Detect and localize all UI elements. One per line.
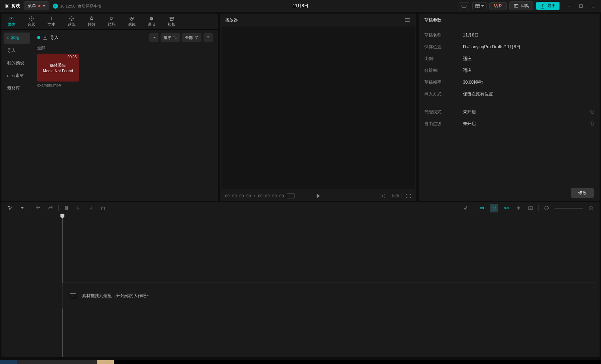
template-icon xyxy=(169,16,175,21)
time-separator: / xyxy=(254,194,255,198)
media-panel: 媒体音频文本贴纸特效转场滤镜调节模板 本地导入我的预设云素材素材库 导入 xyxy=(1,14,218,201)
prop-label: 自由层级: xyxy=(424,121,463,127)
align-icon xyxy=(516,205,521,211)
tab-sticker[interactable]: 贴纸 xyxy=(62,14,82,29)
align-button[interactable] xyxy=(514,204,523,212)
timeline-tracks[interactable]: 素材拖拽到这里，开始你的大作吧~ xyxy=(62,214,600,357)
review-button[interactable]: 审阅 xyxy=(509,1,533,10)
vip-label: VIP xyxy=(494,4,502,9)
fullscreen-icon[interactable] xyxy=(406,193,411,199)
chevron-down-icon xyxy=(153,37,156,38)
sort-icon xyxy=(173,35,177,40)
snap-button-2[interactable] xyxy=(502,204,510,212)
pointer-tool[interactable] xyxy=(6,204,14,212)
tab-label: 音频 xyxy=(28,22,35,27)
maximize-button[interactable] xyxy=(577,2,585,10)
media-sidebar: 本地导入我的预设云素材素材库 xyxy=(1,30,32,201)
info-icon[interactable]: ⓘ xyxy=(590,109,594,115)
menu-button[interactable]: 菜单 xyxy=(24,1,49,10)
pointer-dropdown[interactable] xyxy=(18,204,26,212)
media-filename: example.mp4 xyxy=(37,83,79,87)
mic-icon xyxy=(463,205,469,211)
section-label: 全部 xyxy=(37,45,213,51)
player-controls: 00:00:00:00 / 00:00:00:00 比例 xyxy=(220,191,416,201)
tab-audio[interactable]: 音频 xyxy=(21,14,41,29)
timeline-area: 素材拖拽到这里，开始你的大作吧~ xyxy=(0,201,601,359)
tab-label: 贴纸 xyxy=(68,22,75,27)
magnet-button[interactable] xyxy=(490,204,498,212)
tab-transition[interactable]: 转场 xyxy=(102,14,122,29)
timeline-body[interactable]: 素材拖拽到这里，开始你的大作吧~ xyxy=(1,214,600,357)
prop-value: 30.00帧/秒 xyxy=(463,79,594,85)
view-mode-button[interactable] xyxy=(149,33,158,42)
zoom-out-button[interactable] xyxy=(542,204,551,212)
delete-tool[interactable] xyxy=(99,204,107,212)
sidebar-item[interactable]: 云素材 xyxy=(4,70,30,81)
modify-button[interactable]: 修改 xyxy=(571,188,594,198)
properties-panel: 草稿参数 草稿名称:11月8日保存位置:D:/JianyingPro Draft… xyxy=(419,14,600,201)
preview-button[interactable] xyxy=(526,204,535,212)
os-taskbar[interactable] xyxy=(0,360,601,364)
redo-icon xyxy=(48,205,53,211)
keyboard-shortcut-button[interactable] xyxy=(459,2,469,10)
property-row: 导入方式:保留在原有位置 xyxy=(424,88,594,100)
play-button[interactable] xyxy=(317,194,320,198)
focus-icon[interactable] xyxy=(380,193,386,199)
media-item[interactable]: 00:05 媒体丢失 Media Not Found example.mp4 xyxy=(37,54,79,87)
info-icon[interactable]: ⓘ xyxy=(590,121,594,127)
player-menu-button[interactable] xyxy=(404,17,411,24)
search-button[interactable] xyxy=(204,33,213,42)
trim-left-tool[interactable] xyxy=(74,204,83,212)
app-logo: 剪映 xyxy=(4,3,20,9)
frame-aspect-button[interactable] xyxy=(287,193,295,198)
trim-left-icon xyxy=(76,205,82,211)
vip-button[interactable]: VIP xyxy=(489,2,507,10)
prop-label: 导入方式: xyxy=(424,91,463,97)
tab-adjust[interactable]: 调节 xyxy=(142,14,162,29)
filter-button[interactable]: 全部 xyxy=(182,33,201,42)
svg-rect-24 xyxy=(482,207,484,209)
timeline-drop-hint: 素材拖拽到这里，开始你的大作吧~ xyxy=(62,282,596,309)
main-area: 媒体音频文本贴纸特效转场滤镜调节模板 本地导入我的预设云素材素材库 导入 xyxy=(0,12,601,201)
tab-template[interactable]: 模板 xyxy=(162,14,182,29)
undo-button[interactable] xyxy=(34,204,43,212)
zoom-out-icon xyxy=(544,205,549,211)
mic-button[interactable] xyxy=(461,204,470,212)
sidebar-item[interactable]: 导入 xyxy=(4,45,30,56)
review-icon xyxy=(513,3,519,9)
tab-text[interactable]: 文本 xyxy=(41,14,62,29)
trim-right-tool[interactable] xyxy=(87,204,95,212)
snap-button-1[interactable] xyxy=(478,204,486,212)
close-button[interactable] xyxy=(588,2,597,10)
timeline-toolbar xyxy=(1,202,600,214)
minimize-button[interactable] xyxy=(565,2,574,10)
svg-point-7 xyxy=(70,18,71,18)
search-icon xyxy=(206,35,210,40)
app-name: 剪映 xyxy=(11,3,20,9)
property-row: 草稿帧率:30.00帧/秒 xyxy=(424,77,594,88)
adjust-icon xyxy=(149,16,155,21)
redo-button[interactable] xyxy=(46,204,55,212)
sidebar-item[interactable]: 我的预设 xyxy=(4,58,30,69)
sidebar-item[interactable]: 素材库 xyxy=(4,83,30,94)
ratio-button[interactable]: 比例 xyxy=(390,193,401,199)
export-icon xyxy=(540,3,546,9)
layout-button[interactable] xyxy=(472,2,487,10)
video-viewer[interactable] xyxy=(221,26,415,189)
svg-point-20 xyxy=(382,196,383,197)
tab-filter[interactable]: 滤镜 xyxy=(122,14,142,29)
sidebar-item[interactable]: 本地 xyxy=(4,33,30,44)
sort-button[interactable]: 排序 xyxy=(161,33,180,42)
import-icon xyxy=(42,35,48,40)
transition-icon xyxy=(109,16,114,21)
zoom-slider[interactable] xyxy=(554,208,583,209)
export-button[interactable]: 导出 xyxy=(536,2,560,10)
svg-point-8 xyxy=(72,18,72,18)
tab-media[interactable]: 媒体 xyxy=(1,14,21,29)
split-tool[interactable] xyxy=(62,204,71,212)
properties-title: 草稿参数 xyxy=(424,17,441,23)
tab-effect[interactable]: 特效 xyxy=(82,14,102,29)
zoom-in-button[interactable] xyxy=(587,204,595,212)
notification-dot-icon xyxy=(38,5,40,7)
import-button[interactable]: 导入 xyxy=(37,35,59,41)
